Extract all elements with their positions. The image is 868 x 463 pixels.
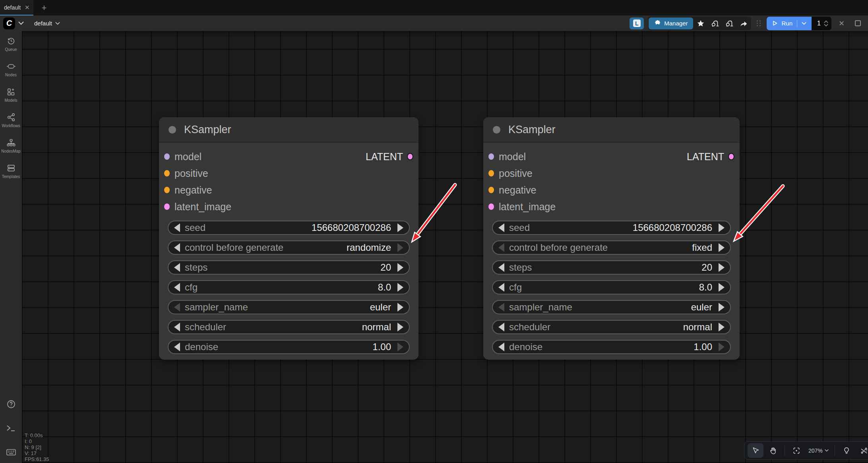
keyboard-icon[interactable]: [6, 448, 16, 457]
input-slot-model[interactable]: [164, 153, 170, 160]
decrement-arrow-icon[interactable]: [498, 323, 504, 331]
ksampler-node-left[interactable]: KSampler model LATENT positive negative …: [159, 117, 418, 360]
input-slot-positive[interactable]: [164, 170, 170, 176]
zoom-level-dropdown[interactable]: 207%: [806, 448, 831, 454]
toolbar-drag-handle[interactable]: [757, 20, 761, 26]
clear-queue-x-icon[interactable]: ✕: [835, 19, 848, 28]
increment-arrow-icon[interactable]: [397, 323, 403, 331]
widget-seed[interactable]: seed156680208700286: [168, 221, 410, 235]
slot-row-positive: positive: [159, 165, 418, 182]
workflow-name-menu[interactable]: default: [34, 20, 60, 27]
decrement-arrow-icon[interactable]: [498, 283, 504, 292]
collapse-dot[interactable]: [493, 126, 500, 134]
increment-arrow-icon[interactable]: [719, 323, 725, 331]
select-tool-button[interactable]: [748, 443, 763, 458]
widget-denoise[interactable]: denoise1.00: [168, 340, 410, 354]
widget-cfg[interactable]: cfg8.0: [492, 280, 731, 294]
run-button[interactable]: Run: [767, 17, 812, 30]
share-icon[interactable]: [737, 17, 750, 29]
widget-control-before-generate[interactable]: control before generaterandomize: [168, 240, 410, 255]
manager-button[interactable]: Manager: [649, 17, 693, 29]
sidebar-item-workflows[interactable]: Workflows: [0, 113, 22, 128]
logo-menu-chevron-down-icon[interactable]: [18, 21, 24, 25]
fit-view-button[interactable]: [789, 443, 804, 458]
slot-row-latent-image: latent_image: [159, 198, 418, 215]
decrement-icon[interactable]: [824, 24, 828, 27]
vacuum-icon-2[interactable]: [723, 17, 736, 29]
node-header[interactable]: KSampler: [159, 117, 418, 143]
decrement-arrow-icon[interactable]: [174, 283, 180, 292]
decrement-arrow-icon[interactable]: [498, 303, 504, 312]
decrement-arrow-icon[interactable]: [174, 343, 180, 351]
decrement-arrow-icon[interactable]: [498, 343, 504, 351]
input-slot-positive[interactable]: [488, 170, 494, 176]
terminal-icon[interactable]: [6, 424, 16, 433]
increment-arrow-icon[interactable]: [719, 263, 725, 272]
toggle-links-button[interactable]: [856, 443, 868, 458]
decrement-arrow-icon[interactable]: [174, 263, 180, 272]
widget-sampler-name[interactable]: sampler_nameeuler: [492, 300, 731, 314]
decrement-arrow-icon[interactable]: [498, 223, 504, 232]
input-slot-latent-image[interactable]: [488, 203, 494, 210]
increment-arrow-icon[interactable]: [719, 243, 725, 252]
stop-square-icon[interactable]: [855, 20, 861, 26]
lightbulb-button[interactable]: [839, 443, 854, 458]
ksampler-node-right[interactable]: KSampler model LATENT positive negative …: [483, 117, 740, 360]
increment-arrow-icon[interactable]: [719, 223, 725, 232]
decrement-arrow-icon[interactable]: [498, 243, 504, 252]
widget-steps[interactable]: steps20: [168, 260, 410, 275]
increment-icon[interactable]: [824, 20, 828, 23]
favorites-star-icon[interactable]: [694, 17, 707, 29]
batch-count-stepper[interactable]: 1: [812, 17, 831, 30]
sidebar-item-nodes[interactable]: Nodes: [0, 62, 22, 77]
vacuum-icon-1[interactable]: [708, 17, 722, 29]
graph-canvas[interactable]: [22, 31, 868, 463]
logs-panel-button[interactable]: L: [630, 17, 644, 29]
collapse-dot[interactable]: [169, 126, 176, 134]
output-slot-latent[interactable]: [728, 153, 734, 160]
increment-arrow-icon[interactable]: [397, 303, 403, 312]
decrement-arrow-icon[interactable]: [498, 263, 504, 272]
sidebar-item-models[interactable]: Models: [0, 87, 22, 103]
run-options-chevron-down-icon[interactable]: [802, 22, 806, 25]
output-slot-latent[interactable]: [407, 153, 413, 160]
pan-tool-button[interactable]: [765, 443, 781, 458]
widget-steps[interactable]: steps20: [492, 260, 731, 275]
node-header[interactable]: KSampler: [483, 117, 740, 143]
tab-default[interactable]: default ✕: [0, 0, 33, 15]
input-slot-negative[interactable]: [488, 187, 494, 193]
decrement-arrow-icon[interactable]: [174, 323, 180, 331]
slot-row-positive: positive: [483, 165, 740, 182]
decrement-arrow-icon[interactable]: [174, 303, 180, 312]
increment-arrow-icon[interactable]: [719, 283, 725, 292]
input-slot-latent-image[interactable]: [164, 203, 170, 210]
increment-arrow-icon[interactable]: [719, 343, 725, 351]
play-icon: [772, 20, 778, 26]
increment-arrow-icon[interactable]: [719, 303, 725, 312]
decrement-arrow-icon[interactable]: [174, 223, 180, 232]
widget-scheduler[interactable]: schedulernormal: [168, 320, 410, 334]
close-tab-icon[interactable]: ✕: [25, 4, 30, 10]
widget-control-before-generate[interactable]: control before generatefixed: [492, 240, 731, 255]
sidebar-item-nodesmap[interactable]: NodesMap: [0, 138, 22, 153]
increment-arrow-icon[interactable]: [397, 263, 403, 272]
widget-seed[interactable]: seed156680208700286: [492, 221, 731, 235]
input-slot-negative[interactable]: [164, 187, 170, 193]
decrement-arrow-icon[interactable]: [174, 243, 180, 252]
sidebar-item-templates[interactable]: Templates: [0, 164, 22, 179]
increment-arrow-icon[interactable]: [397, 283, 403, 292]
comfyui-logo[interactable]: C: [3, 17, 15, 29]
help-icon[interactable]: [6, 399, 16, 409]
increment-arrow-icon[interactable]: [397, 223, 403, 232]
widget-cfg[interactable]: cfg8.0: [168, 280, 410, 294]
sidebar-item-queue[interactable]: Queue: [0, 37, 22, 52]
left-sidebar: Queue Nodes Models Workflows NodesMap: [0, 31, 22, 463]
increment-arrow-icon[interactable]: [397, 343, 403, 351]
input-slot-model[interactable]: [488, 153, 494, 160]
widget-scheduler[interactable]: schedulernormal: [492, 320, 731, 334]
chevron-down-icon: [55, 22, 60, 25]
increment-arrow-icon[interactable]: [397, 243, 403, 252]
widget-denoise[interactable]: denoise1.00: [492, 340, 731, 354]
new-tab-button[interactable]: +: [33, 0, 55, 15]
widget-sampler-name[interactable]: sampler_nameeuler: [168, 300, 410, 314]
